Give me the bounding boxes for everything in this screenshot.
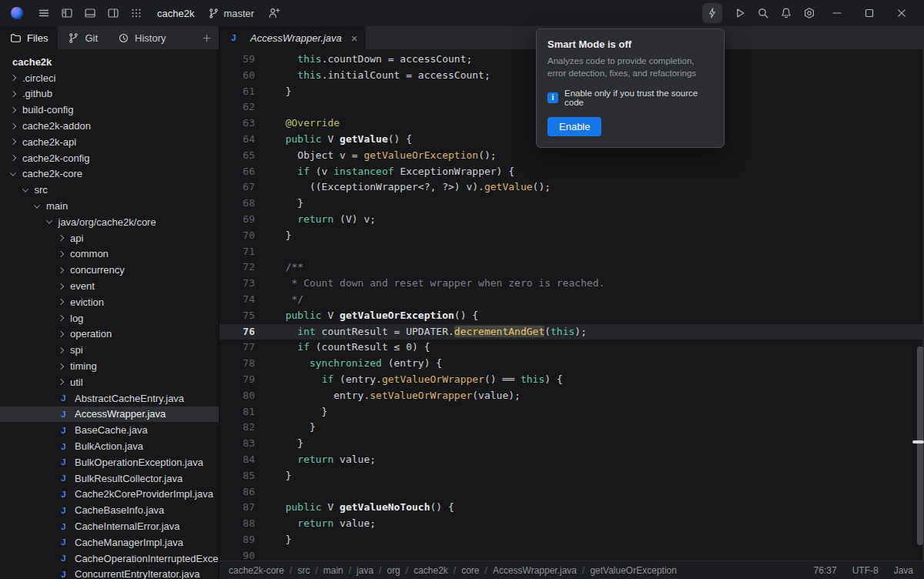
- tree-folder-cache2k-config[interactable]: cache2k-config: [0, 150, 219, 166]
- line-number[interactable]: 70: [219, 228, 255, 244]
- tree-folder-cache2k-core[interactable]: cache2k-core: [0, 166, 219, 182]
- tree-file-abstractcacheentry-java[interactable]: JAbstractCacheEntry.java: [0, 390, 219, 407]
- panel-left-icon[interactable]: [58, 4, 76, 22]
- breadcrumb-item[interactable]: cache2k: [413, 565, 448, 576]
- chevron-right-icon[interactable]: [10, 107, 16, 113]
- line-number[interactable]: 89: [219, 532, 255, 548]
- code-line-77[interactable]: 77 if (countResult ≤ 0) {: [219, 340, 924, 356]
- tree-folder-operation[interactable]: operation: [0, 326, 219, 343]
- code-line-83[interactable]: 83 }: [219, 436, 924, 452]
- tree-folder-java-org-cache2k-core[interactable]: java/org/cache2k/core: [0, 214, 219, 230]
- line-number[interactable]: 78: [219, 356, 255, 372]
- chevron-right-icon[interactable]: [58, 251, 64, 257]
- chevron-right-icon[interactable]: [58, 315, 64, 321]
- chevron-right-icon[interactable]: [58, 267, 64, 273]
- breadcrumb-item[interactable]: getValueOrException: [590, 565, 677, 576]
- code-line-70[interactable]: 70 }: [219, 228, 924, 244]
- tree-folder--github[interactable]: .github: [0, 86, 219, 102]
- chevron-right-icon[interactable]: [10, 139, 16, 145]
- tree-folder-event[interactable]: event: [0, 278, 219, 294]
- tree-folder-concurrency[interactable]: concurrency: [0, 262, 219, 278]
- scrollbar-thumb[interactable]: [917, 346, 923, 545]
- chevron-down-icon[interactable]: [45, 218, 52, 224]
- project-name[interactable]: cache2k: [157, 8, 194, 19]
- code-line-74[interactable]: 74 */: [219, 292, 924, 308]
- tree-folder-main[interactable]: main: [0, 198, 219, 214]
- breadcrumb-item[interactable]: org: [387, 565, 400, 576]
- code-line-86[interactable]: 86: [219, 484, 924, 500]
- code-line-69[interactable]: 69 return (V) v;: [219, 212, 924, 228]
- tree-folder-util[interactable]: util: [0, 374, 219, 390]
- line-number[interactable]: 88: [219, 516, 255, 532]
- tree-file-cacheoperationinterruptedexception-java[interactable]: JCacheOperationInterruptedException.java: [0, 551, 219, 567]
- line-number[interactable]: 68: [219, 196, 255, 212]
- minimize-icon[interactable]: [828, 4, 846, 22]
- line-number[interactable]: 71: [219, 244, 255, 260]
- tree-file-accesswrapper-java[interactable]: JAccessWrapper.java: [0, 407, 219, 423]
- tab-git[interactable]: Git: [58, 26, 108, 49]
- code-line-89[interactable]: 89 }: [219, 532, 924, 548]
- code-line-66[interactable]: 66 if (v instanceof ExceptionWrapper) {: [219, 164, 924, 180]
- chevron-right-icon[interactable]: [58, 235, 64, 241]
- chevron-right-icon[interactable]: [58, 283, 64, 289]
- tab-files[interactable]: Files: [0, 26, 58, 49]
- code-line-76[interactable]: 76 int countResult = UPDATER.decrementAn…: [219, 324, 924, 340]
- tab-close-icon[interactable]: ×: [351, 32, 358, 44]
- line-number[interactable]: 62: [219, 99, 255, 115]
- code-line-88[interactable]: 88 return value;: [219, 516, 924, 532]
- line-number[interactable]: 86: [219, 484, 255, 500]
- caret-position[interactable]: 76:37: [814, 565, 837, 576]
- line-number[interactable]: 67: [219, 179, 255, 196]
- run-icon[interactable]: [731, 4, 749, 22]
- breadcrumb-item[interactable]: src: [297, 565, 310, 576]
- tree-file-cache2kcoreproviderimpl-java[interactable]: JCache2kCoreProviderImpl.java: [0, 487, 219, 503]
- code-line-71[interactable]: 71: [219, 244, 924, 260]
- line-number[interactable]: 90: [219, 548, 255, 561]
- line-number[interactable]: 73: [219, 276, 255, 292]
- code-line-90[interactable]: 90: [219, 548, 924, 561]
- code-line-87[interactable]: 87 public V getValueNoTouch() {: [219, 500, 924, 516]
- tree-folder-src[interactable]: src: [0, 182, 219, 198]
- line-number[interactable]: 66: [219, 164, 255, 180]
- collaborate-icon[interactable]: [265, 4, 283, 22]
- line-number[interactable]: 61: [219, 84, 255, 100]
- tree-folder-cache2k-addon[interactable]: cache2k-addon: [0, 118, 219, 134]
- tree-file-basecache-java[interactable]: JBaseCache.java: [0, 422, 219, 438]
- line-number[interactable]: 82: [219, 420, 255, 436]
- code-line-81[interactable]: 81 }: [219, 404, 924, 420]
- line-number[interactable]: 76: [219, 324, 255, 340]
- line-number[interactable]: 64: [219, 132, 255, 148]
- code-line-85[interactable]: 85 }: [219, 468, 924, 484]
- code-line-73[interactable]: 73 * Count down and reset wrapper when z…: [219, 276, 924, 292]
- tab-history[interactable]: History: [108, 26, 176, 49]
- line-number[interactable]: 63: [219, 115, 255, 132]
- tree-folder-spi[interactable]: spi: [0, 342, 219, 358]
- chevron-down-icon[interactable]: [22, 186, 28, 192]
- chevron-right-icon[interactable]: [58, 379, 64, 385]
- chevron-down-icon[interactable]: [34, 202, 40, 208]
- code-line-78[interactable]: 78 synchronized (entry) {: [219, 356, 924, 372]
- code-line-79[interactable]: 79 if (entry.getValueOrWrapper() ══ this…: [219, 372, 924, 388]
- chevron-right-icon[interactable]: [58, 331, 64, 337]
- search-icon[interactable]: [754, 4, 772, 22]
- line-number[interactable]: 84: [219, 452, 255, 468]
- code-line-67[interactable]: 67 ((ExceptionWrapper<?, ?>) v).getValue…: [219, 179, 924, 196]
- tree-file-bulkoperationexception-java[interactable]: JBulkOperationException.java: [0, 454, 219, 470]
- editor-tab-accesswrapper[interactable]: J AccessWrapper.java ×: [219, 26, 366, 49]
- code-line-68[interactable]: 68 }: [219, 196, 924, 212]
- close-icon[interactable]: [892, 4, 911, 22]
- tree-root[interactable]: cache2k: [0, 54, 219, 70]
- tree-file-cachemanagerimpl-java[interactable]: JCacheManagerImpl.java: [0, 534, 219, 551]
- settings-icon[interactable]: [800, 4, 819, 22]
- add-tab-icon[interactable]: [194, 26, 219, 49]
- tree-folder-eviction[interactable]: eviction: [0, 294, 219, 310]
- breadcrumb-item[interactable]: cache2k-core: [229, 565, 284, 576]
- file-encoding[interactable]: UTF-8: [852, 565, 879, 576]
- chevron-right-icon[interactable]: [58, 299, 64, 305]
- branch-selector[interactable]: master: [208, 8, 254, 19]
- line-number[interactable]: 65: [219, 148, 255, 164]
- breadcrumb-item[interactable]: main: [323, 565, 343, 576]
- tree-folder-timing[interactable]: timing: [0, 358, 219, 374]
- chevron-right-icon[interactable]: [58, 346, 64, 353]
- line-number[interactable]: 74: [219, 292, 255, 308]
